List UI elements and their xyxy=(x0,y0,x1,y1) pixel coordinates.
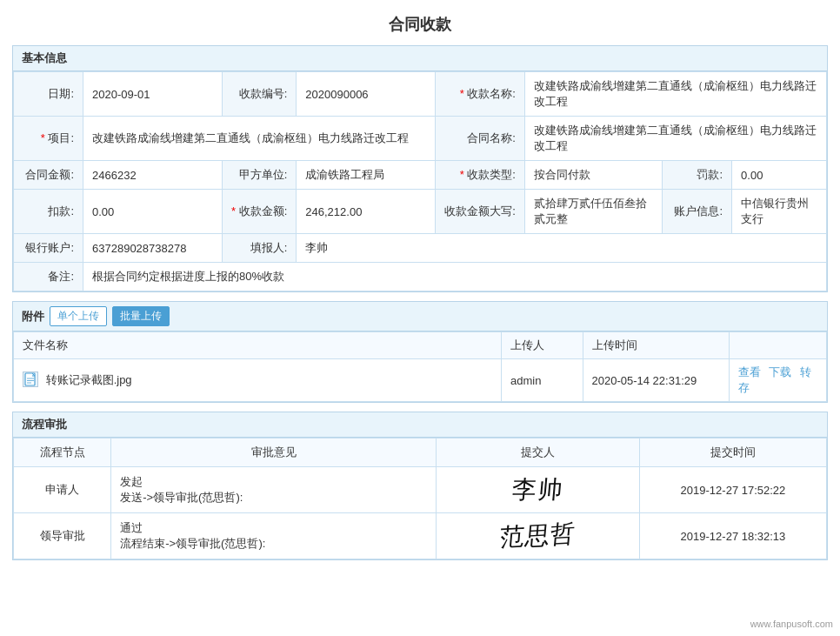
info-row-5: 银行账户: 637289028738278 填报人: 李帅 xyxy=(14,234,827,263)
file-name: 转账记录截图.jpg xyxy=(14,359,502,402)
file-uploader: admin xyxy=(502,359,583,402)
flow-node-2: 领导审批 xyxy=(14,513,111,559)
deduct-value: 0.00 xyxy=(83,190,223,234)
col-actions xyxy=(729,332,826,359)
basic-info-table: 日期: 2020-09-01 收款编号: 2020090006 * 收款名称: … xyxy=(13,71,827,291)
attachment-section: 附件 单个上传 批量上传 文件名称 上传人 上传时间 转账记录截图.jpg ad… xyxy=(12,301,828,403)
account-label: 账户信息: xyxy=(663,190,732,234)
amount-cn-label: 收款金额大写: xyxy=(436,190,525,234)
col-opinion: 审批意见 xyxy=(111,439,437,467)
flow-node-1: 申请人 xyxy=(14,467,111,513)
project-label: * 项目: xyxy=(14,117,83,161)
info-row-3: 合同金额: 2466232 甲方单位: 成渝铁路工程局 * 收款类型: 按合同付… xyxy=(14,161,827,190)
receipt-no-label: 收款编号: xyxy=(223,72,297,117)
flow-submit-time-2: 2019-12-27 18:32:13 xyxy=(639,513,826,559)
receipt-name-value: 改建铁路成渝线增建第二直通线（成渝枢纽）电力线路迁改工程 xyxy=(524,72,826,117)
party-a-label: 甲方单位: xyxy=(223,161,297,190)
remark-label: 备注: xyxy=(14,263,83,291)
bank-account-label: 银行账户: xyxy=(14,234,83,263)
flow-row-2: 领导审批 通过 流程结束->领导审批(范思哲): 范思哲 2019-12-27 … xyxy=(14,513,827,559)
party-a-value: 成渝铁路工程局 xyxy=(297,161,436,190)
reporter-label: 填报人: xyxy=(223,234,297,263)
bank-account-value: 637289028738278 xyxy=(83,234,223,263)
file-table-header: 文件名称 上传人 上传时间 xyxy=(14,332,827,359)
col-submit-time: 提交时间 xyxy=(639,439,826,467)
flow-row-1: 申请人 发起 发送->领导审批(范思哲): 李帅 2019-12-27 17:5… xyxy=(14,467,827,513)
basic-info-header: 基本信息 xyxy=(13,46,827,71)
col-node: 流程节点 xyxy=(14,439,111,467)
basic-info-section: 基本信息 日期: 2020-09-01 收款编号: 2020090006 * 收… xyxy=(12,45,828,292)
batch-upload-button[interactable]: 批量上传 xyxy=(112,306,170,326)
col-uploader: 上传人 xyxy=(502,332,583,359)
file-table: 文件名称 上传人 上传时间 转账记录截图.jpg admin 2020-05-1… xyxy=(13,331,827,402)
remark-value: 根据合同约定根据进度上报的80%收款 xyxy=(83,263,827,291)
receipt-type-label: * 收款类型: xyxy=(436,161,525,190)
col-submitter: 提交人 xyxy=(437,439,640,467)
page-title: 合同收款 xyxy=(0,0,840,45)
file-icon xyxy=(23,372,38,387)
attachment-label: 附件 xyxy=(22,309,44,325)
col-upload-time: 上传时间 xyxy=(583,332,729,359)
file-upload-time: 2020-05-14 22:31:29 xyxy=(583,359,729,402)
flow-opinion-2: 通过 流程结束->领导审批(范思哲): xyxy=(111,513,437,559)
contract-name-label: 合同名称: xyxy=(436,117,525,161)
info-row-4: 扣款: 0.00 * 收款金额: 246,212.00 收款金额大写: 贰拾肆万… xyxy=(14,190,827,234)
col-filename: 文件名称 xyxy=(14,332,502,359)
receipt-name-label: * 收款名称: xyxy=(436,72,525,117)
reporter-value: 李帅 xyxy=(297,234,827,263)
file-actions: 查看 下载 转存 xyxy=(729,359,826,402)
info-row-1: 日期: 2020-09-01 收款编号: 2020090006 * 收款名称: … xyxy=(14,72,827,117)
flow-submit-time-1: 2019-12-27 17:52:22 xyxy=(639,467,826,513)
contract-name-value: 改建铁路成渝线增建第二直通线（成渝枢纽）电力线路迁改工程 xyxy=(524,117,826,161)
info-row-6: 备注: 根据合同约定根据进度上报的80%收款 xyxy=(14,263,827,291)
receipt-amount-label: * 收款金额: xyxy=(223,190,297,234)
receipt-amount-value: 246,212.00 xyxy=(297,190,436,234)
flow-submitter-2: 范思哲 xyxy=(437,513,640,559)
date-value: 2020-09-01 xyxy=(83,72,223,117)
attachment-header: 附件 单个上传 批量上传 xyxy=(13,302,827,331)
account-value: 中信银行贵州支行 xyxy=(732,190,827,234)
flow-table: 流程节点 审批意见 提交人 提交时间 申请人 发起 发送->领导审批(范思哲):… xyxy=(13,438,827,559)
contract-amount-value: 2466232 xyxy=(83,161,223,190)
single-upload-button[interactable]: 单个上传 xyxy=(50,306,107,326)
date-label: 日期: xyxy=(14,72,83,117)
info-row-2: * 项目: 改建铁路成渝线增建第二直通线（成渝枢纽）电力线路迁改工程 合同名称:… xyxy=(14,117,827,161)
file-name-text: 转账记录截图.jpg xyxy=(46,373,132,386)
watermark: www.fanpusoft.com xyxy=(750,619,833,629)
flow-table-header: 流程节点 审批意见 提交人 提交时间 xyxy=(14,439,827,467)
workflow-section: 流程审批 流程节点 审批意见 提交人 提交时间 申请人 发起 发送->领导审批(… xyxy=(12,412,828,560)
project-value: 改建铁路成渝线增建第二直通线（成渝枢纽）电力线路迁改工程 xyxy=(83,117,436,161)
penalty-value: 0.00 xyxy=(732,161,827,190)
signature-2: 范思哲 xyxy=(498,518,577,555)
flow-opinion-1: 发起 发送->领导审批(范思哲): xyxy=(111,467,437,513)
download-link[interactable]: 下载 xyxy=(769,365,791,378)
amount-cn-value: 贰拾肆万贰仟伍佰叁拾贰元整 xyxy=(524,190,662,234)
workflow-header: 流程审批 xyxy=(13,412,827,438)
flow-submitter-1: 李帅 xyxy=(437,467,640,513)
penalty-label: 罚款: xyxy=(663,161,732,190)
deduct-label: 扣款: xyxy=(14,190,83,234)
contract-amount-label: 合同金额: xyxy=(14,161,83,190)
signature-1: 李帅 xyxy=(510,473,565,506)
receipt-type-value: 按合同付款 xyxy=(524,161,662,190)
receipt-no-value: 2020090006 xyxy=(297,72,436,117)
file-row: 转账记录截图.jpg admin 2020-05-14 22:31:29 查看 … xyxy=(14,359,827,402)
view-link[interactable]: 查看 xyxy=(738,365,761,378)
